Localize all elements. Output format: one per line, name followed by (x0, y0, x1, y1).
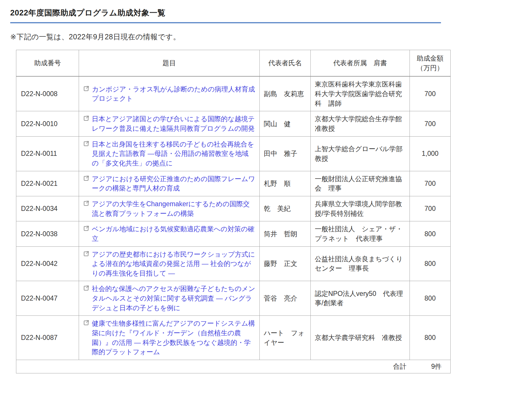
total-count: 9件 (431, 362, 442, 371)
total-label: 合計 (393, 362, 406, 371)
project-title-link[interactable]: アジアの大学生をChangemakerにするための国際交流と教育プラットフォーム… (92, 199, 255, 218)
external-link-icon (83, 320, 89, 326)
as-of-date-note: ※下記の一覧は、2022年9月28日現在の情報です。 (10, 32, 503, 42)
representative-name: 藤野 正文 (260, 246, 311, 281)
grants-table: 助成番号 題目 代表者氏名 代表者所属 肩書 助成金額 （万円） D22-N-0… (16, 50, 451, 373)
grant-amount: 800 (410, 246, 451, 281)
grant-number: D22-N-0021 (16, 171, 79, 196)
affiliation: 一般財団法人公正研究推進協会 理事 (311, 171, 410, 196)
table-row: D22-N-0008 カンボジア・ラオス乳がん診断のための病理人材育成プロジェク… (16, 76, 451, 111)
external-link-icon (83, 251, 89, 257)
table-row: D22-N-0034 アジアの大学生をChangemakerにするための国際交流… (16, 196, 451, 221)
project-title-link[interactable]: カンボジア・ラオス乳がん診断のための病理人材育成プロジェクト (92, 84, 255, 103)
table-row: D22-N-0047 社会的な保護へのアクセスが困難な子どもたちのメンタルヘルス… (16, 281, 451, 316)
representative-name: 菅谷 亮介 (260, 281, 311, 316)
grant-number: D22-N-0038 (16, 221, 79, 246)
grant-amount: 700 (410, 111, 451, 136)
affiliation: 認定NPO法人very50 代表理事/創業者 (311, 281, 410, 316)
grant-amount: 800 (410, 221, 451, 246)
header-affiliation: 代表者所属 肩書 (311, 50, 410, 77)
grant-amount: 800 (410, 316, 451, 360)
external-link-icon (83, 225, 89, 232)
table-row: D22-N-0087 健康で生物多様性に富んだアジアのフードシステム構築に向けた… (16, 316, 451, 360)
affiliation: 上智大学総合グローバル学部教授 (311, 136, 410, 171)
grant-amount: 800 (410, 281, 451, 316)
table-row: D22-N-0011 日本と出身国を往来する移民の子どもの社会再統合を見据えた言… (16, 136, 451, 171)
affiliation: 兵庫県立大学環境人間学部教授/学長特別補佐 (311, 196, 410, 221)
grant-amount: 700 (410, 76, 451, 111)
header-project-title: 題目 (79, 50, 260, 77)
representative-name: 関山 健 (260, 111, 311, 136)
page-content: 2022年度国際助成プログラム助成対象一覧 ※下記の一覧は、2022年9月28日… (0, 0, 513, 382)
affiliation: 東京医科歯科大学東京医科歯科大学大学院医歯学総合研究科 講師 (311, 76, 410, 111)
affiliation: 一般社団法人 シェア・ザ・プラネット 代表理事 (311, 221, 410, 246)
external-link-icon (83, 285, 89, 291)
external-link-icon (83, 115, 89, 121)
grant-number: D22-N-0034 (16, 196, 79, 221)
representative-name: 札野 順 (260, 171, 311, 196)
external-link-icon (83, 141, 89, 147)
table-row: D22-N-0021 アジアにおける研究公正推進のための国際フレームワークの構築… (16, 171, 451, 196)
table-footer-row: 合計 9件 (16, 360, 451, 373)
table-row: D22-N-0038 ベンガル地域における気候変動適応農業への対策の確立 筒井 … (16, 221, 451, 246)
grant-number: D22-N-0047 (16, 281, 79, 316)
table-row: D22-N-0042 アジアの歴史都市における市民ワークショップ方式による潜在的… (16, 246, 451, 281)
project-title-link[interactable]: 健康で生物多様性に富んだアジアのフードシステム構築に向けた『ワイルド・ガーデン（… (92, 319, 255, 357)
table-row: D22-N-0010 日本とアジア諸国との学び合いによる国際的な越境テレワーク普… (16, 111, 451, 136)
project-title-link[interactable]: 日本と出身国を往来する移民の子どもの社会再統合を見据えた言語教育 ―母語・公用語… (92, 140, 255, 168)
external-link-icon (83, 175, 89, 181)
representative-name: ハート フォイヤー (260, 316, 311, 360)
grant-number: D22-N-0042 (16, 246, 79, 281)
affiliation: 京都大学農学研究科 准教授 (311, 316, 410, 360)
grant-number: D22-N-0010 (16, 111, 79, 136)
grant-amount: 700 (410, 171, 451, 196)
project-title-link[interactable]: アジアの歴史都市における市民ワークショップ方式による潜在的な地域資産の発掘と活用… (92, 250, 255, 278)
project-title-link[interactable]: 日本とアジア諸国との学び合いによる国際的な越境テレワーク普及に備えた遠隔共同教育… (92, 114, 255, 133)
representative-name: 副島 友莉恵 (260, 76, 311, 111)
representative-name: 田中 雅子 (260, 136, 311, 171)
affiliation: 京都大学大学院総合生存学館准教授 (311, 111, 410, 136)
table-header-row: 助成番号 題目 代表者氏名 代表者所属 肩書 助成金額 （万円） (16, 50, 451, 77)
representative-name: 乾 美紀 (260, 196, 311, 221)
project-title-link[interactable]: 社会的な保護へのアクセスが困難な子どもたちのメンタルヘルスとその対策に関する研究… (92, 284, 255, 313)
page-title: 2022年度国際助成プログラム助成対象一覧 (10, 8, 503, 18)
total-cell: 合計 9件 (16, 360, 451, 373)
grant-amount: 1,000 (410, 136, 451, 171)
grant-number: D22-N-0087 (16, 316, 79, 360)
project-title-link[interactable]: ベンガル地域における気候変動適応農業への対策の確立 (92, 224, 255, 243)
representative-name: 筒井 哲朗 (260, 221, 311, 246)
affiliation: 公益社団法人奈良まちづくりセンター 理事長 (311, 246, 410, 281)
grant-number: D22-N-0008 (16, 76, 79, 111)
header-representative-name: 代表者氏名 (260, 50, 311, 77)
header-grant-number: 助成番号 (16, 50, 79, 77)
grant-amount: 700 (410, 196, 451, 221)
title-underline-rule (10, 22, 441, 23)
external-link-icon (83, 200, 89, 207)
grant-number: D22-N-0011 (16, 136, 79, 171)
header-grant-amount: 助成金額 （万円） (410, 50, 451, 77)
project-title-link[interactable]: アジアにおける研究公正推進のための国際フレームワークの構築と専門人材の育成 (92, 174, 255, 193)
external-link-icon (83, 86, 89, 92)
